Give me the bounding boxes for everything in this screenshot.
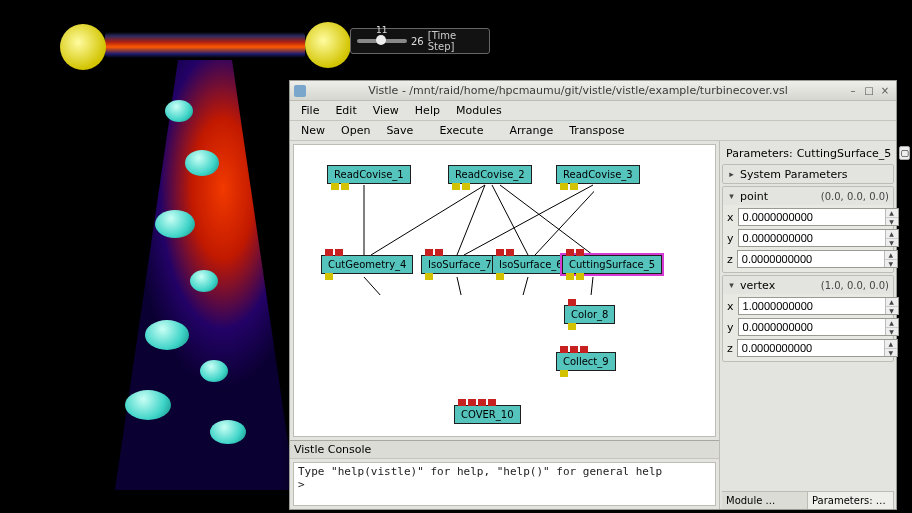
menu-file[interactable]: File	[294, 102, 326, 119]
group-header-point[interactable]: ▾ point (0.0, 0.0, 0.0)	[723, 187, 893, 205]
window-maximize-button[interactable]: □	[862, 85, 876, 97]
input-port[interactable]	[506, 249, 514, 256]
input-port[interactable]	[325, 249, 333, 256]
spin-up-icon[interactable]: ▲	[885, 251, 897, 260]
output-port[interactable]	[570, 183, 578, 190]
output-port[interactable]	[341, 183, 349, 190]
slider-label: [Time Step]	[428, 30, 483, 52]
tab-parameters[interactable]: Parameters: CuttingS...	[808, 492, 894, 509]
spinbox-vertex-x[interactable]: ▲▼	[738, 297, 899, 315]
param-input[interactable]	[739, 298, 885, 314]
window-titlebar[interactable]: Vistle - /mnt/raid/home/hpcmaumu/git/vis…	[290, 81, 896, 101]
output-port[interactable]	[496, 273, 504, 280]
slider-thumb[interactable]	[376, 35, 386, 45]
slider-current-value: 11	[376, 25, 387, 35]
spin-up-icon[interactable]: ▲	[886, 298, 898, 307]
output-port[interactable]	[325, 273, 333, 280]
param-input[interactable]	[739, 319, 885, 335]
spin-up-icon[interactable]: ▲	[886, 209, 898, 218]
output-port[interactable]	[452, 183, 460, 190]
param-input[interactable]	[739, 209, 885, 225]
output-port[interactable]	[560, 370, 568, 377]
console-output[interactable]: Type "help(vistle)" for help, "help()" f…	[293, 462, 716, 506]
input-port[interactable]	[568, 299, 576, 306]
node-readcovise-3[interactable]: ReadCovise_3	[556, 165, 640, 184]
input-port[interactable]	[580, 346, 588, 353]
output-port[interactable]	[425, 273, 433, 280]
input-port[interactable]	[576, 249, 584, 256]
node-color-8[interactable]: Color_8	[564, 305, 615, 324]
input-port[interactable]	[560, 346, 568, 353]
menu-edit[interactable]: Edit	[328, 102, 363, 119]
spin-down-icon[interactable]: ▼	[886, 239, 898, 247]
caret-down-icon: ▾	[727, 280, 736, 290]
spinbox-vertex-z[interactable]: ▲▼	[737, 339, 898, 357]
input-port[interactable]	[335, 249, 343, 256]
svg-line-2	[457, 185, 485, 255]
tool-transpose[interactable]: Transpose	[562, 122, 631, 139]
param-input[interactable]	[739, 230, 885, 246]
spin-down-icon[interactable]: ▼	[886, 218, 898, 226]
module-graph-canvas[interactable]: ReadCovise_1 ReadCovise_2 ReadCovise_3	[293, 144, 716, 437]
slider-max-value: 26	[411, 36, 424, 47]
app-window: Vistle - /mnt/raid/home/hpcmaumu/git/vis…	[289, 80, 897, 510]
tool-arrange[interactable]: Arrange	[502, 122, 560, 139]
spin-down-icon[interactable]: ▼	[885, 349, 897, 357]
node-cover-10[interactable]: COVER_10	[454, 405, 521, 424]
tab-module-browser[interactable]: Module ...	[722, 492, 808, 509]
input-port[interactable]	[496, 249, 504, 256]
spinbox-point-x[interactable]: ▲▼	[738, 208, 899, 226]
node-label: Collect_9	[563, 356, 609, 367]
input-port[interactable]	[435, 249, 443, 256]
spin-down-icon[interactable]: ▼	[886, 328, 898, 336]
menu-modules[interactable]: Modules	[449, 102, 509, 119]
output-port[interactable]	[566, 273, 574, 280]
param-input[interactable]	[738, 251, 884, 267]
node-collect-9[interactable]: Collect_9	[556, 352, 616, 371]
window-close-button[interactable]: ×	[878, 85, 892, 97]
spinbox-vertex-y[interactable]: ▲▼	[738, 318, 899, 336]
slider-track[interactable]: 11	[357, 39, 407, 43]
node-cuttingsurface-5[interactable]: CuttingSurface_5	[562, 255, 662, 274]
node-cutgeometry-4[interactable]: CutGeometry_4	[321, 255, 413, 274]
panel-tabs: Module ... Parameters: CuttingS...	[722, 491, 894, 509]
spin-up-icon[interactable]: ▲	[886, 319, 898, 328]
input-port[interactable]	[425, 249, 433, 256]
input-port[interactable]	[488, 399, 496, 406]
output-port[interactable]	[576, 273, 584, 280]
spin-down-icon[interactable]: ▼	[885, 260, 897, 268]
group-header-system[interactable]: ▸ System Parameters	[723, 165, 893, 183]
spin-down-icon[interactable]: ▼	[886, 307, 898, 315]
node-isosurface-6[interactable]: IsoSurface_6	[492, 255, 570, 274]
input-port[interactable]	[570, 346, 578, 353]
output-port[interactable]	[560, 183, 568, 190]
output-port[interactable]	[568, 323, 576, 330]
input-port[interactable]	[478, 399, 486, 406]
spin-up-icon[interactable]: ▲	[886, 230, 898, 239]
spinbox-point-z[interactable]: ▲▼	[737, 250, 898, 268]
node-readcovise-2[interactable]: ReadCovise_2	[448, 165, 532, 184]
menu-help[interactable]: Help	[408, 102, 447, 119]
tool-new[interactable]: New	[294, 122, 332, 139]
node-isosurface-7[interactable]: IsoSurface_7	[421, 255, 499, 274]
group-header-vertex[interactable]: ▾ vertex (1.0, 0.0, 0.0)	[723, 276, 893, 294]
menu-view[interactable]: View	[366, 102, 406, 119]
input-port[interactable]	[458, 399, 466, 406]
tool-save[interactable]: Save	[379, 122, 420, 139]
panel-float-button[interactable]: ▢	[899, 146, 910, 160]
window-minimize-button[interactable]: –	[846, 85, 860, 97]
param-row-point-z: z ▲▼	[727, 250, 889, 268]
node-label: Color_8	[571, 309, 608, 320]
spin-up-icon[interactable]: ▲	[885, 340, 897, 349]
time-step-slider[interactable]: 11 26 [Time Step]	[350, 28, 490, 54]
spinbox-point-y[interactable]: ▲▼	[738, 229, 899, 247]
param-input[interactable]	[738, 340, 884, 356]
tool-execute[interactable]: Execute	[432, 122, 490, 139]
input-port[interactable]	[566, 249, 574, 256]
input-port[interactable]	[468, 399, 476, 406]
output-port[interactable]	[462, 183, 470, 190]
output-port[interactable]	[331, 183, 339, 190]
tool-open[interactable]: Open	[334, 122, 377, 139]
node-readcovise-1[interactable]: ReadCovise_1	[327, 165, 411, 184]
param-row-vertex-x: x ▲▼	[727, 297, 889, 315]
